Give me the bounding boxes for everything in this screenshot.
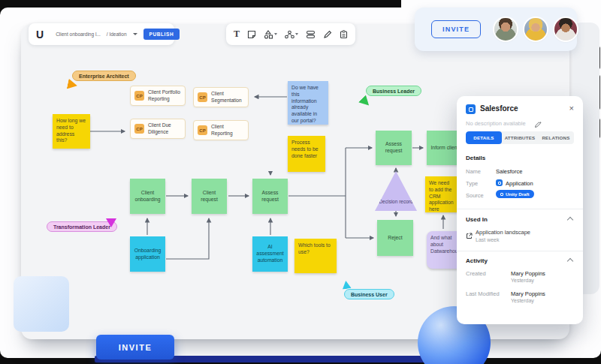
breadcrumb-divider: / [107,32,108,37]
modified-at: Yesterday [511,298,534,303]
tag-enterprise-architect[interactable]: Enterprise Architect [72,71,136,81]
source-badge: Unity Draft [496,190,534,198]
publish-button[interactable]: PUBLISH [143,29,180,40]
used-in-heading: Used In [466,216,488,223]
pen-tool-icon[interactable] [323,30,332,39]
chevron-down-icon[interactable] [133,33,137,35]
type-value: Application [506,180,533,187]
source-label: Source [466,192,484,199]
board-mode-label: Ideation [109,32,126,37]
created-at: Yesterday [511,278,534,283]
cp-badge: CP [134,91,144,101]
tag-business-leader[interactable]: Business Leader [366,86,421,96]
tools-toolbar: T [226,23,355,45]
sticky-note-process[interactable]: Process needs to be done faster [288,136,325,172]
ai-edit-icon[interactable] [534,118,542,131]
cp-badge: CP [134,124,144,134]
source-value: Unity Draft [506,191,530,197]
modified-by: Mary Poppins [511,290,545,297]
panel-tabs: DETAILS ATTRIBUTES RELATIONS [466,131,574,144]
card-label: Client Segmentation [211,91,244,103]
cp-badge: CP [198,125,207,135]
details-heading: Details [466,155,485,161]
flow-box-assess-request[interactable]: Assess request [252,179,288,214]
tab-details[interactable]: DETAILS [466,131,502,144]
collapse-used-in-icon[interactable] [567,217,573,223]
sticky-note-tool-icon[interactable] [247,30,256,39]
flow-box-ai-assessment[interactable]: AI assessment automation [252,236,288,272]
board-title[interactable]: Client onboarding l... [56,32,101,37]
used-in-meta: Last week [476,237,500,242]
invite-button-bottom[interactable]: INVITE [96,335,174,359]
board-mode-breadcrumb[interactable]: / Ideation [107,32,127,37]
flow-box-onboarding-application[interactable]: Onboarding application [130,236,165,272]
marketing-composition: U Client onboarding l... / Ideation PUBL… [0,0,601,364]
activity-heading: Activity [466,257,488,264]
frames-tool-icon[interactable] [306,30,316,39]
connector-shapes-tool-icon[interactable] [285,30,298,39]
decorative-blue-square [14,276,69,332]
app-card-client-due-diligence[interactable]: CP Client Due Diligence [130,119,186,139]
divider [457,251,583,251]
checklist-tool-icon[interactable] [340,30,348,39]
tab-attributes[interactable]: ATTRIBUTES [502,131,538,144]
created-by: Mary Poppins [511,270,545,277]
app-card-client-reporting[interactable]: CP Client Reporting [193,120,249,140]
chevron-down-icon [274,33,277,35]
details-panel: Salesforce × No description available DE… [457,96,583,324]
modified-label: Last Modified [466,290,500,297]
external-link-icon [466,229,473,242]
board-toolbar: U Client onboarding l... / Ideation PUBL… [29,23,174,45]
sticky-note-portal[interactable]: Do we have this information already avai… [288,81,328,125]
collaboration-bar: INVITE [415,8,577,51]
avatar[interactable] [524,18,547,41]
application-type-icon [496,179,503,186]
flow-box-reject[interactable]: Reject [377,220,413,256]
sticky-note-how-long[interactable]: How long we need to address this? [53,114,90,149]
salesforce-app-icon [466,104,476,114]
app-card-client-portfolio-reporting[interactable]: CP Client Portfolio Reporting [130,86,186,106]
flow-box-assess-request-2[interactable]: Assess request [376,131,412,165]
type-label: Type [466,180,478,187]
used-in-item[interactable]: Application landscape [476,229,530,236]
avatar[interactable] [554,18,577,41]
sticky-note-crm[interactable]: We need to add the CRM application here [425,176,458,212]
shapes-tool-icon[interactable] [264,30,277,39]
invite-button-top[interactable]: INVITE [431,20,481,38]
name-label: Name [466,168,481,175]
collapse-activity-icon[interactable] [567,258,573,264]
close-icon[interactable]: × [569,104,574,113]
flow-box-client-onboarding[interactable]: Client onboarding [130,179,165,214]
app-logo[interactable]: U [36,29,44,41]
card-label: Client Due Diligence [148,122,181,134]
sticky-note-which-tools[interactable]: Which tools to use? [294,239,337,273]
text-tool-icon[interactable]: T [234,29,240,40]
app-card-client-segmentation[interactable]: CP Client Segmentation [193,87,249,107]
description-placeholder[interactable]: No description available [466,120,526,127]
name-value: Salesforce [496,168,522,175]
chevron-down-icon [295,33,298,35]
card-label: Client Portfolio Reporting [148,89,181,101]
created-label: Created [466,270,486,277]
panel-title: Salesforce [480,104,518,113]
divider [457,209,583,209]
card-label: Client Reporting [211,124,244,136]
avatar[interactable] [494,18,517,41]
unity-draft-icon [500,193,503,196]
tag-business-user[interactable]: Business User [344,289,394,299]
tab-relations[interactable]: RELATIONS [538,131,574,144]
flow-box-client-request[interactable]: Client request [192,179,227,214]
cp-badge: CP [198,92,207,102]
tag-transformation-leader[interactable]: Transformation Leader [47,221,117,232]
